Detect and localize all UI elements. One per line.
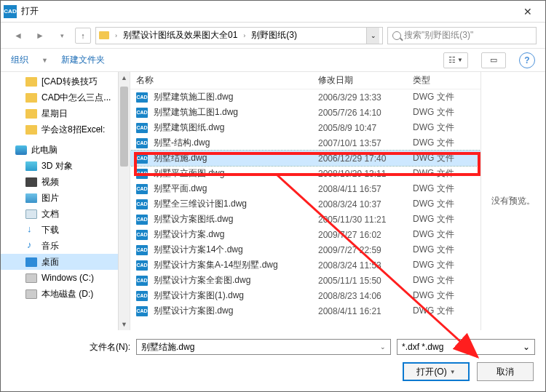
file-date: 2006/12/29 17:40	[318, 153, 413, 164]
cad-file-icon: CAD	[136, 291, 148, 301]
recent-drop[interactable]: ▾	[53, 27, 71, 44]
back-button[interactable]: ◄	[9, 27, 27, 44]
breadcrumb-part[interactable]: 别墅设计图纸及效果图大全01	[122, 29, 239, 41]
tree-item[interactable]: 学会这8招Excel:	[1, 121, 130, 137]
file-name: 别墅设计方案.dwg	[154, 228, 318, 241]
col-date[interactable]: 修改日期	[318, 74, 413, 87]
file-name: 别墅建筑施工图1.dwg	[154, 106, 318, 119]
tree-item[interactable]: 音乐	[1, 238, 130, 254]
table-row[interactable]: CAD别墅设计方案图(1).dwg2008/8/23 14:06DWG 文件	[130, 288, 480, 303]
table-row[interactable]: CAD别墅设计方案.dwg2009/7/27 16:02DWG 文件	[130, 227, 480, 242]
organize-menu[interactable]: 组织	[11, 54, 28, 66]
tree-label: [CAD转换技巧	[41, 76, 98, 88]
tree-item[interactable]: CAD中怎么三点...	[1, 89, 130, 105]
table-row[interactable]: CAD别墅建筑施工图1.dwg2005/7/26 14:10DWG 文件	[130, 105, 480, 120]
chevron-down-icon: ▼	[41, 57, 48, 64]
column-headers[interactable]: 名称 修改日期 类型	[130, 72, 480, 89]
file-date: 2005/11/30 11:21	[318, 215, 413, 225]
open-button[interactable]: 打开(O) ▼	[403, 362, 470, 381]
cad-file-icon: CAD	[136, 245, 148, 255]
tree-label: 学会这8招Excel:	[41, 124, 105, 136]
table-row[interactable]: CAD别墅建筑图纸.dwg2005/8/9 10:47DWG 文件	[130, 120, 480, 135]
tree-label: 3D 对象	[41, 160, 73, 172]
file-type: DWG 文件	[413, 152, 454, 164]
tree-label: 文档	[41, 208, 59, 220]
tree-label: 桌面	[41, 256, 59, 268]
folder-tree[interactable]: [CAD转换技巧CAD中怎么三点...星期日学会这8招Excel:此电脑3D 对…	[1, 72, 130, 330]
file-date: 2005/8/9 10:47	[318, 123, 413, 133]
tree-item[interactable]: 视频	[1, 174, 130, 190]
cad-file-icon: CAD	[136, 169, 148, 179]
table-row[interactable]: CAD别墅设方案图纸.dwg2005/11/30 11:21DWG 文件	[130, 212, 480, 227]
file-name: 别墅设计方案14个.dwg	[154, 244, 318, 256]
filename-input[interactable]: 别墅结施.dwg ⌄	[136, 339, 391, 355]
tree-label: 图片	[41, 192, 59, 204]
breadcrumb-part[interactable]: 别野图纸(3)	[250, 29, 298, 41]
preview-pane-button[interactable]: ▭	[481, 52, 506, 68]
chevron-down-icon[interactable]: ⌄	[523, 342, 530, 352]
table-row[interactable]: CAD别墅设计方案图.dwg2008/4/11 16:21DWG 文件	[130, 303, 480, 319]
chevron-right-icon: ›	[240, 32, 248, 39]
file-name: 别墅设计方案图(1).dwg	[154, 289, 318, 302]
file-date: 2008/8/23 14:06	[318, 291, 413, 301]
tree-item[interactable]: Windows (C:)	[1, 270, 130, 286]
close-button[interactable]: ✕	[513, 1, 542, 22]
folder-icon	[25, 77, 37, 87]
tree-item[interactable]: 星期日	[1, 105, 130, 121]
footer: 文件名(N): 别墅结施.dwg ⌄ *.dxf *.dwg ⌄ 打开(O) ▼…	[1, 330, 545, 391]
preview-text: 没有预览。	[491, 195, 535, 207]
new-folder-button[interactable]: 新建文件夹	[61, 54, 105, 66]
tree-item[interactable]: 此电脑	[1, 142, 130, 158]
table-row[interactable]: CAD别墅结施.dwg2006/12/29 17:40DWG 文件	[130, 151, 480, 166]
cad-file-icon: CAD	[136, 230, 148, 240]
cancel-button[interactable]: 取消	[477, 362, 534, 381]
music-icon	[25, 241, 37, 251]
file-date: 2006/3/29 13:33	[318, 92, 413, 103]
tree-item[interactable]: 图片	[1, 190, 130, 206]
table-row[interactable]: CAD别墅平立面图.dwg2008/10/29 13:11DWG 文件	[130, 166, 480, 181]
folder-icon	[25, 93, 37, 103]
table-row[interactable]: CAD别墅全三维设计图1.dwg2008/3/24 10:37DWG 文件	[130, 196, 480, 212]
cad-file-icon: CAD	[136, 215, 148, 225]
table-row[interactable]: CAD别墅设计方案全套图.dwg2005/11/1 15:50DWG 文件	[130, 273, 480, 288]
table-row[interactable]: CAD别墅平面.dwg2008/4/11 16:57DWG 文件	[130, 181, 480, 196]
tree-item[interactable]: 桌面	[1, 254, 130, 270]
split-drop-icon[interactable]: ▼	[450, 369, 456, 375]
tree-item[interactable]: 文档	[1, 206, 130, 222]
scroll-down-icon[interactable]: ▼	[119, 319, 130, 330]
tree-item[interactable]: 3D 对象	[1, 158, 130, 174]
cad-file-icon: CAD	[136, 260, 148, 271]
breadcrumb[interactable]: › 别墅设计图纸及效果图大全01 › 别野图纸(3) ⌄	[95, 27, 383, 44]
file-name: 别墅建筑施工图.dwg	[154, 91, 318, 103]
forward-button[interactable]: ►	[31, 27, 49, 44]
chevron-down-icon[interactable]: ⌄	[380, 343, 386, 351]
file-list-pane: 名称 修改日期 类型 CAD别墅建筑施工图.dwg2006/3/29 13:33…	[130, 72, 481, 330]
scroll-thumb[interactable]	[120, 87, 128, 167]
tree-item[interactable]: [CAD转换技巧	[1, 73, 130, 89]
titlebar: CAD 打开 ✕	[1, 1, 545, 23]
file-name: 别墅建筑图纸.dwg	[154, 121, 318, 134]
table-row[interactable]: CAD别墅-结构.dwg2007/10/1 13:57DWG 文件	[130, 135, 480, 151]
tree-item[interactable]: 下载	[1, 222, 130, 238]
search-input[interactable]: 搜索"别野图纸(3)"	[387, 27, 537, 44]
search-placeholder: 搜索"别野图纸(3)"	[404, 29, 473, 41]
col-name[interactable]: 名称	[136, 74, 318, 87]
filetype-filter[interactable]: *.dxf *.dwg ⌄	[397, 339, 535, 355]
col-type[interactable]: 类型	[413, 74, 480, 87]
file-list[interactable]: CAD别墅建筑施工图.dwg2006/3/29 13:33DWG 文件CAD别墅…	[130, 89, 480, 330]
breadcrumb-drop[interactable]: ⌄	[366, 28, 379, 44]
file-type: DWG 文件	[413, 198, 454, 210]
tree-item[interactable]: 本地磁盘 (D:)	[1, 286, 130, 302]
tree-label: 下载	[41, 224, 59, 236]
scroll-up-icon[interactable]: ▲	[119, 72, 130, 84]
tree-scrollbar[interactable]: ▲ ▼	[118, 72, 130, 330]
preview-pane: 没有预览。	[481, 72, 545, 330]
up-button[interactable]: ↑	[75, 28, 91, 44]
help-button[interactable]: ?	[519, 52, 535, 68]
search-icon	[392, 31, 401, 40]
table-row[interactable]: CAD别墅设计方案集A-14型别墅.dwg2008/3/24 11:53DWG …	[130, 257, 480, 273]
toolbar: 组织 ▼ 新建文件夹 ☷ ▼ ▭ ?	[1, 49, 545, 72]
table-row[interactable]: CAD别墅建筑施工图.dwg2006/3/29 13:33DWG 文件	[130, 89, 480, 105]
table-row[interactable]: CAD别墅设计方案14个.dwg2009/7/27 22:59DWG 文件	[130, 242, 480, 257]
view-mode-button[interactable]: ☷ ▼	[443, 52, 468, 68]
